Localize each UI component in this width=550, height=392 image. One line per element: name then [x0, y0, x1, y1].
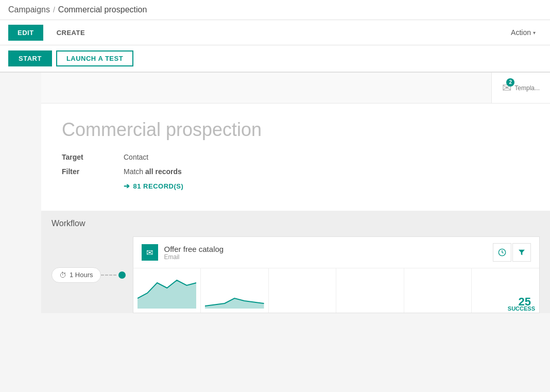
- svg-marker-2: [205, 298, 264, 309]
- action-button[interactable]: Action ▾: [505, 24, 542, 41]
- stats-row: 25 SUCCESS: [133, 268, 539, 313]
- workflow-section: Workflow ⏱ 1 Hours: [41, 211, 550, 313]
- records-count: 81 RECORD(S): [133, 182, 184, 190]
- target-label: Target: [62, 153, 124, 161]
- stat-cell-5: [404, 268, 472, 313]
- create-button[interactable]: CREATE: [47, 25, 94, 41]
- email-card-actions: [493, 243, 531, 262]
- email-card-info: Offer free catalog Email: [164, 245, 224, 261]
- template-icon-container: ✉ 2: [502, 81, 511, 95]
- records-arrow-icon: ➔: [124, 182, 130, 190]
- filter-bold: all records: [145, 167, 182, 176]
- main-card: ✉ 2 Templa... Commercial prospection Tar…: [41, 73, 550, 313]
- action-label: Action: [511, 28, 531, 37]
- success-label: SUCCESS: [508, 305, 535, 312]
- email-card: ✉ Offer free catalog Email: [133, 236, 540, 313]
- breadcrumb-separator: /: [53, 6, 55, 14]
- edit-button[interactable]: EDIT: [8, 25, 43, 41]
- stat-cell-1: [133, 268, 201, 313]
- schedule-icon-button[interactable]: [493, 243, 511, 262]
- campaign-detail: Commercial prospection Target Contact Fi…: [41, 104, 550, 206]
- toolbar-left: EDIT CREATE: [8, 25, 94, 41]
- filter-row: Filter Match all records: [62, 167, 529, 176]
- chart-1: [138, 272, 197, 309]
- action-toolbar: START LAUNCH A TEST: [0, 45, 550, 73]
- connector-dot: [118, 271, 126, 279]
- page-wrapper: Campaigns / Commercial prospection EDIT …: [0, 0, 550, 392]
- clock-icon: [498, 248, 506, 257]
- breadcrumb-current: Commercial prospection: [58, 5, 147, 14]
- target-row: Target Contact: [62, 153, 529, 161]
- clock-icon: ⏱: [59, 271, 66, 279]
- email-card-title: Offer free catalog: [164, 245, 224, 253]
- target-value: Contact: [124, 153, 148, 161]
- records-link[interactable]: ➔ 81 RECORD(S): [124, 182, 529, 190]
- breadcrumb-parent[interactable]: Campaigns: [8, 5, 50, 14]
- stat-cell-4: [336, 268, 404, 313]
- template-label: Templa...: [514, 84, 540, 92]
- card-top: ✉ 2 Templa...: [41, 73, 550, 104]
- timer-box[interactable]: ⏱ 1 Hours: [51, 267, 101, 283]
- card-top-main: [41, 73, 491, 103]
- chart-2: [205, 272, 264, 309]
- main-content: ✉ 2 Templa... Commercial prospection Tar…: [0, 73, 550, 313]
- email-icon: ✉: [146, 248, 153, 258]
- email-card-header: ✉ Offer free catalog Email: [133, 237, 539, 268]
- filter-icon-button[interactable]: [512, 243, 531, 262]
- breadcrumb-bar: Campaigns / Commercial prospection: [0, 0, 550, 20]
- toolbar-right: Action ▾: [505, 24, 542, 41]
- stat-cell-2: [201, 268, 269, 313]
- main-toolbar: EDIT CREATE Action ▾: [0, 20, 550, 45]
- stat-cell-3: [269, 268, 337, 313]
- svg-marker-1: [138, 280, 197, 309]
- timer-label: 1 Hours: [70, 271, 93, 279]
- filter-value: Match all records: [124, 167, 182, 176]
- filter-icon: [518, 248, 526, 257]
- start-button[interactable]: START: [8, 50, 52, 66]
- template-button-area[interactable]: ✉ 2 Templa...: [491, 73, 550, 103]
- workflow-connector: [101, 271, 128, 279]
- workflow-title: Workflow: [51, 219, 540, 228]
- email-icon-box: ✉: [142, 244, 158, 261]
- dashed-line: [101, 275, 116, 276]
- campaign-title: Commercial prospection: [62, 119, 529, 141]
- filter-prefix: Match: [124, 167, 145, 176]
- dropdown-arrow-icon: ▾: [533, 30, 536, 36]
- stat-cell-success: 25 SUCCESS: [472, 268, 539, 313]
- filter-label: Filter: [62, 167, 124, 176]
- launch-test-button[interactable]: LAUNCH A TEST: [56, 50, 133, 66]
- template-badge: 2: [506, 78, 514, 87]
- email-card-subtitle: Email: [164, 253, 224, 261]
- workflow-row: ⏱ 1 Hours ✉: [51, 236, 540, 313]
